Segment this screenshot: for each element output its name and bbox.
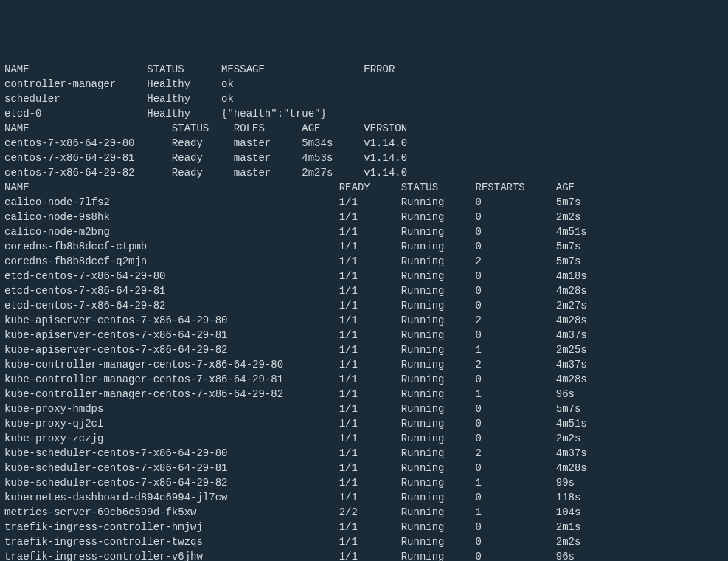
pod-restarts: 0 xyxy=(476,210,556,224)
pod-status: Running xyxy=(401,210,476,224)
pod-ready: 1/1 xyxy=(339,283,401,298)
pod-restarts: 0 xyxy=(476,239,556,254)
pod-age: 5m7s xyxy=(556,254,618,269)
cs-name: etcd-0 xyxy=(4,106,147,121)
node-roles: master xyxy=(234,136,302,151)
cs-message: ok xyxy=(221,92,364,106)
pod-name: traefik-ingress-controller-hmjwj xyxy=(4,520,339,534)
pod-status: Running xyxy=(401,372,476,387)
pod-age: 5m7s xyxy=(556,402,618,416)
pod-ready: 1/1 xyxy=(339,254,401,269)
pod-row: traefik-ingress-controller-hmjwj 1/1 Run… xyxy=(4,520,724,534)
pod-ready: 1/1 xyxy=(339,475,401,490)
pod-age: 2m1s xyxy=(556,520,618,534)
pod-name: coredns-fb8b8dccf-ctpmb xyxy=(4,239,339,254)
pod-row: traefik-ingress-controller-v6jhw 1/1 Run… xyxy=(4,549,724,561)
terminal-output[interactable]: NAME STATUS MESSAGE ERROR controller-man… xyxy=(4,62,724,561)
node-hdr-version: VERSION xyxy=(364,121,426,136)
pod-ready: 1/1 xyxy=(339,416,401,431)
node-row: centos-7-x86-64-29-80 Ready master 5m34s… xyxy=(4,136,724,151)
pod-age: 118s xyxy=(556,490,618,505)
pod-name: metrics-server-69cb6c599d-fk5xw xyxy=(4,505,339,520)
pod-status: Running xyxy=(401,224,476,239)
pod-name: calico-node-m2bng xyxy=(4,224,339,239)
pod-name: calico-node-7lfs2 xyxy=(4,195,339,210)
pod-status: Running xyxy=(401,549,476,561)
pod-row: etcd-centos-7-x86-64-29-82 1/1 Running 0… xyxy=(4,298,724,313)
pod-restarts: 0 xyxy=(476,490,556,505)
cs-message: {"health":"true"} xyxy=(221,106,364,121)
pod-name: kube-apiserver-centos-7-x86-64-29-81 xyxy=(4,328,339,343)
pod-ready: 1/1 xyxy=(339,372,401,387)
pod-row: kube-controller-manager-centos-7-x86-64-… xyxy=(4,372,724,387)
pod-status: Running xyxy=(401,195,476,210)
pod-age: 96s xyxy=(556,387,618,402)
pod-restarts: 0 xyxy=(476,520,556,534)
pod-ready: 1/1 xyxy=(339,387,401,402)
pod-ready: 1/1 xyxy=(339,269,401,283)
nodes-header-row: NAME STATUS ROLES AGE VERSION xyxy=(4,121,724,136)
pod-status: Running xyxy=(401,416,476,431)
node-hdr-status: STATUS xyxy=(172,121,234,136)
pod-name: kubernetes-dashboard-d894c6994-jl7cw xyxy=(4,490,339,505)
pod-name: kube-scheduler-centos-7-x86-64-29-81 xyxy=(4,461,339,475)
pod-status: Running xyxy=(401,475,476,490)
pod-status: Running xyxy=(401,534,476,549)
pod-restarts: 2 xyxy=(476,254,556,269)
node-row: centos-7-x86-64-29-82 Ready master 2m27s… xyxy=(4,165,724,180)
pod-age: 5m7s xyxy=(556,239,618,254)
pod-restarts: 1 xyxy=(476,343,556,357)
pod-status: Running xyxy=(401,343,476,357)
pod-row: traefik-ingress-controller-twzqs 1/1 Run… xyxy=(4,534,724,549)
pod-age: 4m37s xyxy=(556,446,618,461)
pod-age: 4m28s xyxy=(556,461,618,475)
cs-row: scheduler Healthy ok xyxy=(4,92,724,106)
pod-ready: 1/1 xyxy=(339,224,401,239)
pod-restarts: 2 xyxy=(476,313,556,328)
pod-ready: 1/1 xyxy=(339,239,401,254)
pod-restarts: 0 xyxy=(476,416,556,431)
pod-status: Running xyxy=(401,446,476,461)
pods-header-row: NAME READY STATUS RESTARTS AGE xyxy=(4,180,724,195)
pod-row: kube-proxy-hmdps 1/1 Running 0 5m7s xyxy=(4,402,724,416)
pod-name: etcd-centos-7-x86-64-29-80 xyxy=(4,269,339,283)
pod-status: Running xyxy=(401,520,476,534)
pod-ready: 1/1 xyxy=(339,328,401,343)
pod-row: kube-apiserver-centos-7-x86-64-29-82 1/1… xyxy=(4,343,724,357)
pod-hdr-name: NAME xyxy=(4,180,339,195)
pod-status: Running xyxy=(401,461,476,475)
pod-restarts: 1 xyxy=(476,387,556,402)
pod-age: 2m2s xyxy=(556,534,618,549)
node-version: v1.14.0 xyxy=(364,165,426,180)
node-age: 2m27s xyxy=(302,165,364,180)
pod-row: coredns-fb8b8dccf-q2mjn 1/1 Running 2 5m… xyxy=(4,254,724,269)
pod-restarts: 0 xyxy=(476,298,556,313)
pod-ready: 1/1 xyxy=(339,520,401,534)
pod-ready: 1/1 xyxy=(339,446,401,461)
pod-ready: 1/1 xyxy=(339,490,401,505)
cs-name: scheduler xyxy=(4,92,147,106)
node-version: v1.14.0 xyxy=(364,136,426,151)
pod-row: kube-scheduler-centos-7-x86-64-29-80 1/1… xyxy=(4,446,724,461)
pod-name: calico-node-9s8hk xyxy=(4,210,339,224)
pod-row: etcd-centos-7-x86-64-29-81 1/1 Running 0… xyxy=(4,283,724,298)
pod-name: kube-controller-manager-centos-7-x86-64-… xyxy=(4,357,339,372)
pod-age: 2m27s xyxy=(556,298,618,313)
pod-age: 96s xyxy=(556,549,618,561)
pod-restarts: 0 xyxy=(476,224,556,239)
cs-name: controller-manager xyxy=(4,77,147,92)
pod-row: kube-apiserver-centos-7-x86-64-29-81 1/1… xyxy=(4,328,724,343)
pod-status: Running xyxy=(401,357,476,372)
pod-name: kube-controller-manager-centos-7-x86-64-… xyxy=(4,372,339,387)
node-status: Ready xyxy=(172,165,234,180)
pod-status: Running xyxy=(401,313,476,328)
pod-ready: 1/1 xyxy=(339,298,401,313)
cs-row: controller-manager Healthy ok xyxy=(4,77,724,92)
pod-status: Running xyxy=(401,402,476,416)
pod-row: kubernetes-dashboard-d894c6994-jl7cw 1/1… xyxy=(4,490,724,505)
cs-status: Healthy xyxy=(147,77,221,92)
pod-age: 4m37s xyxy=(556,328,618,343)
node-hdr-roles: ROLES xyxy=(234,121,302,136)
pod-row: kube-proxy-qj2cl 1/1 Running 0 4m51s xyxy=(4,416,724,431)
node-name: centos-7-x86-64-29-80 xyxy=(4,136,172,151)
